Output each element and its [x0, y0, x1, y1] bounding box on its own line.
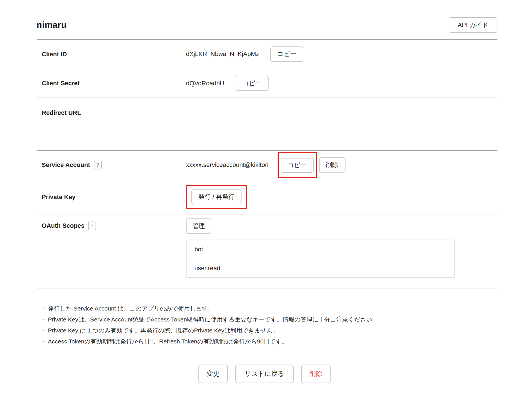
empty-row — [37, 128, 497, 150]
api-guide-button[interactable]: API ガイド — [449, 17, 497, 33]
annotation-highlight-box: 発行 / 再発行 — [186, 185, 247, 209]
oauth-scopes-manage-button[interactable]: 管理 — [186, 218, 211, 234]
annotation-highlight-box: コピー — [278, 152, 317, 178]
note-line: ・ Private Key は 1 つのみ有効です。再発行の際、既存のPriva… — [41, 325, 497, 336]
service-account-delete-button[interactable]: 削除 — [319, 157, 346, 173]
client-id-value-area: dXjLKR_Nbwa_N_KjApMz コピー — [186, 46, 497, 62]
back-to-list-button[interactable]: リストに戻る — [235, 365, 294, 383]
service-account-value-area: xxxxx.serviceaccount@kikitori コピー 削除 — [186, 152, 497, 178]
private-key-label: Private Key — [42, 193, 76, 201]
scope-list-item: user.read — [187, 259, 454, 277]
note-text: 発行した Service Account は、このアプリのみで使用します。 — [48, 303, 214, 314]
note-bullet: ・ — [41, 314, 46, 325]
oauth-scopes-row: OAuth Scopes ? 管理 bot user.read — [37, 215, 497, 288]
note-line: ・ Access Tokenの有効期間は発行から1日、Refresh Token… — [41, 336, 497, 347]
redirect-url-row: Redirect URL — [37, 98, 497, 128]
service-account-label: Service Account — [42, 161, 90, 169]
client-secret-row: Client Secret dQVoRoadhU コピー — [37, 69, 497, 97]
scope-list-item: bot — [187, 240, 454, 259]
help-icon[interactable]: ? — [88, 222, 96, 230]
update-button[interactable]: 変更 — [198, 365, 228, 383]
client-secret-value: dQVoRoadhU — [186, 80, 224, 87]
client-secret-value-area: dQVoRoadhU コピー — [186, 76, 497, 91]
service-account-value: xxxxx.serviceaccount@kikitori — [186, 161, 269, 169]
oauth-scopes-label-cell: OAuth Scopes ? — [37, 218, 186, 233]
service-account-label-cell: Service Account ? — [37, 161, 186, 169]
note-line: ・ Private Keyは、Service Account認証でAccess … — [41, 314, 497, 325]
page-header: nimaru API ガイド — [37, 0, 497, 39]
page-title: nimaru — [37, 20, 67, 30]
app-detail-page: nimaru API ガイド Client ID dXjLKR_Nbwa_N_K… — [37, 0, 497, 383]
client-secret-copy-button[interactable]: コピー — [236, 76, 269, 91]
client-secret-label-cell: Client Secret — [37, 80, 186, 87]
client-id-value: dXjLKR_Nbwa_N_KjApMz — [186, 50, 259, 58]
note-text: Access Tokenの有効期間は発行から1日、Refresh Tokenの有… — [48, 336, 287, 347]
help-icon[interactable]: ? — [94, 161, 102, 169]
note-text: Private Key は 1 つのみ有効です。再発行の際、既存のPrivate… — [48, 325, 278, 336]
private-key-issue-button[interactable]: 発行 / 再発行 — [191, 189, 242, 204]
client-id-row: Client ID dXjLKR_Nbwa_N_KjApMz コピー — [37, 40, 497, 69]
client-id-copy-button[interactable]: コピー — [270, 46, 303, 62]
note-text: Private Keyは、Service Account認証でAccess To… — [48, 314, 378, 325]
oauth-scopes-value-area: 管理 bot user.read — [186, 218, 497, 278]
private-key-value-area: 発行 / 再発行 — [186, 185, 497, 209]
delete-button[interactable]: 削除 — [301, 365, 331, 383]
note-bullet: ・ — [41, 336, 46, 347]
service-account-row: Service Account ? xxxxx.serviceaccount@k… — [37, 151, 497, 179]
oauth-scopes-label: OAuth Scopes — [42, 222, 85, 229]
footer-actions: 変更 リストに戻る 削除 — [0, 365, 529, 383]
client-id-label: Client ID — [42, 51, 67, 58]
note-bullet: ・ — [41, 303, 46, 314]
note-bullet: ・ — [41, 325, 46, 336]
client-id-label-cell: Client ID — [37, 51, 186, 58]
service-account-copy-button[interactable]: コピー — [281, 158, 314, 173]
redirect-url-label: Redirect URL — [42, 109, 81, 117]
private-key-row: Private Key 発行 / 再発行 — [37, 179, 497, 215]
oauth-scope-list: bot user.read — [186, 240, 455, 278]
client-secret-label: Client Secret — [42, 80, 80, 87]
note-line: ・ 発行した Service Account は、このアプリのみで使用します。 — [41, 303, 497, 314]
redirect-url-label-cell: Redirect URL — [37, 109, 186, 117]
private-key-label-cell: Private Key — [37, 193, 186, 201]
notes-section: ・ 発行した Service Account は、このアプリのみで使用します。 … — [37, 289, 497, 347]
